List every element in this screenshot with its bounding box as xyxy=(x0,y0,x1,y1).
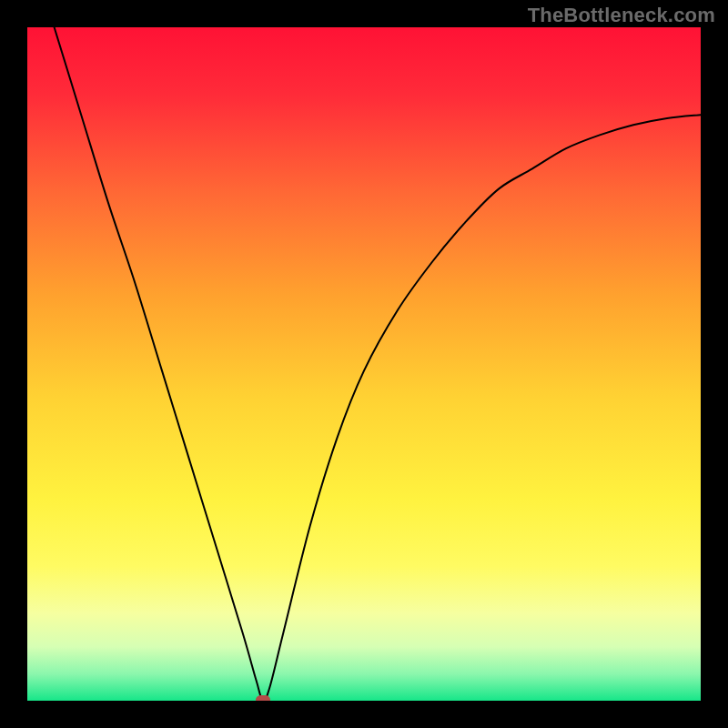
bottleneck-curve xyxy=(55,27,701,701)
chart-frame: TheBottleneck.com xyxy=(0,0,728,728)
curve-layer xyxy=(27,27,701,701)
watermark-text: TheBottleneck.com xyxy=(528,4,715,27)
optimum-marker xyxy=(256,695,270,701)
plot-area xyxy=(27,27,701,701)
